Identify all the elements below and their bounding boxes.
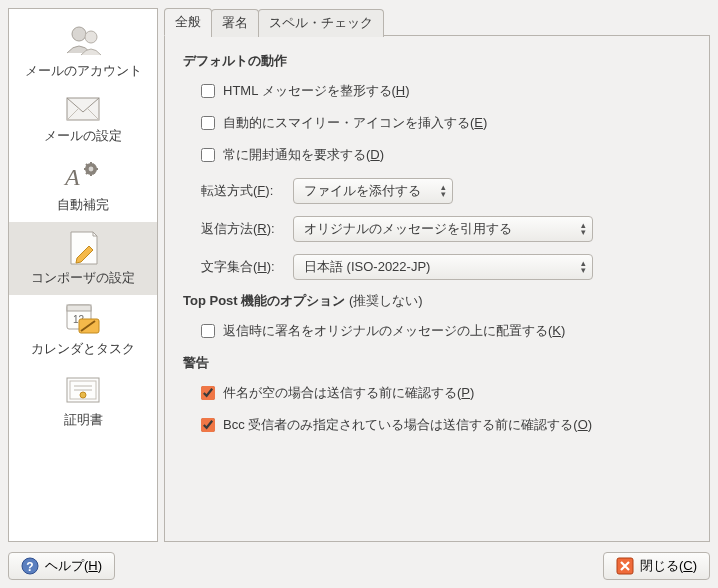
check-sig-top-box[interactable] (201, 324, 215, 338)
svg-point-15 (80, 392, 86, 398)
sidebar-item-mail-settings[interactable]: メールの設定 (9, 88, 157, 153)
check-warn-subject-box[interactable] (201, 386, 215, 400)
composer-icon (61, 228, 105, 266)
sidebar-item-label: メールの設定 (44, 128, 122, 145)
svg-text:A: A (63, 164, 80, 190)
combo-value: 日本語 (ISO-2022-JP) (304, 258, 430, 276)
content-pane: 全般 署名 スペル・チェック デフォルトの動作 HTML メッセージを整形する(… (164, 8, 710, 542)
check-label: 件名が空の場合は送信する前に確認する(P) (223, 384, 474, 402)
svg-rect-8 (67, 305, 91, 311)
check-sig-top[interactable]: 返信時に署名をオリジナルのメッセージの上に配置する(K) (201, 322, 565, 340)
svg-rect-2 (67, 98, 99, 120)
sidebar-item-calendar-tasks[interactable]: 12 カレンダとタスク (9, 295, 157, 366)
check-warn-bcc-box[interactable] (201, 418, 215, 432)
footer-bar: ? ヘルプ(H) 閉じる(C) (8, 552, 710, 580)
check-html-format[interactable]: HTML メッセージを整形する(H) (201, 82, 410, 100)
accounts-icon (61, 23, 105, 59)
autocomplete-icon: A (61, 159, 105, 193)
combo-arrows-icon: ▴▾ (441, 184, 446, 198)
check-read-receipt[interactable]: 常に開封通知を要求する(D) (201, 146, 384, 164)
help-button[interactable]: ? ヘルプ(H) (8, 552, 115, 580)
check-read-receipt-box[interactable] (201, 148, 215, 162)
sidebar-item-certificates[interactable]: 証明書 (9, 366, 157, 437)
combo-value: ファイルを添付する (304, 182, 421, 200)
check-label: 自動的にスマイリー・アイコンを挿入する(E) (223, 114, 487, 132)
button-label: 閉じる(C) (640, 557, 697, 575)
tab-strip: 全般 署名 スペル・チェック (164, 8, 710, 36)
section-default-behavior: デフォルトの動作 (183, 52, 691, 70)
sidebar-item-label: 証明書 (64, 412, 103, 429)
close-button[interactable]: 閉じる(C) (603, 552, 710, 580)
certificate-icon (61, 372, 105, 408)
tab-signature[interactable]: 署名 (211, 9, 259, 37)
svg-text:?: ? (26, 560, 33, 574)
tab-spellcheck[interactable]: スペル・チェック (258, 9, 384, 37)
sidebar-item-autocomplete[interactable]: A 自動補完 (9, 153, 157, 222)
sidebar-item-label: 自動補完 (57, 197, 109, 214)
section-warnings: 警告 (183, 354, 691, 372)
svg-point-5 (89, 167, 94, 172)
svg-point-1 (85, 31, 97, 43)
check-auto-smiley[interactable]: 自動的にスマイリー・アイコンを挿入する(E) (201, 114, 487, 132)
sidebar-item-label: メールのアカウント (25, 63, 142, 80)
reply-method-combo[interactable]: オリジナルのメッセージを引用する ▴▾ (293, 216, 593, 242)
tab-general[interactable]: 全般 (164, 8, 212, 36)
check-warn-subject[interactable]: 件名が空の場合は送信する前に確認する(P) (201, 384, 474, 402)
check-label: 常に開封通知を要求する(D) (223, 146, 384, 164)
sidebar-item-composer-settings[interactable]: コンポーザの設定 (9, 222, 157, 295)
reply-method-label: 返信方法(R): (201, 220, 281, 238)
forward-method-combo[interactable]: ファイルを添付する ▴▾ (293, 178, 453, 204)
button-label: ヘルプ(H) (45, 557, 102, 575)
check-label: Bcc 受信者のみ指定されている場合は送信する前に確認する(O) (223, 416, 592, 434)
calendar-icon: 12 (61, 301, 105, 337)
combo-arrows-icon: ▴▾ (581, 222, 586, 236)
close-icon (616, 557, 634, 575)
combo-arrows-icon: ▴▾ (581, 260, 586, 274)
sidebar-item-label: コンポーザの設定 (31, 270, 135, 287)
sidebar-item-mail-accounts[interactable]: メールのアカウント (9, 17, 157, 88)
combo-value: オリジナルのメッセージを引用する (304, 220, 512, 238)
check-html-format-box[interactable] (201, 84, 215, 98)
check-auto-smiley-box[interactable] (201, 116, 215, 130)
forward-method-label: 転送方式(F): (201, 182, 281, 200)
svg-point-0 (72, 27, 86, 41)
settings-sidebar: メールのアカウント メールの設定 A 自動補完 (8, 8, 158, 542)
check-warn-bcc[interactable]: Bcc 受信者のみ指定されている場合は送信する前に確認する(O) (201, 416, 592, 434)
charset-label: 文字集合(H): (201, 258, 281, 276)
check-label: 返信時に署名をオリジナルのメッセージの上に配置する(K) (223, 322, 565, 340)
charset-combo[interactable]: 日本語 (ISO-2022-JP) ▴▾ (293, 254, 593, 280)
mail-icon (61, 94, 105, 124)
sidebar-item-label: カレンダとタスク (31, 341, 135, 358)
help-icon: ? (21, 557, 39, 575)
tab-general-pane: デフォルトの動作 HTML メッセージを整形する(H) 自動的にスマイリー・アイ… (164, 35, 710, 542)
check-label: HTML メッセージを整形する(H) (223, 82, 410, 100)
section-top-post: Top Post 機能のオプション (推奨しない) (183, 292, 691, 310)
